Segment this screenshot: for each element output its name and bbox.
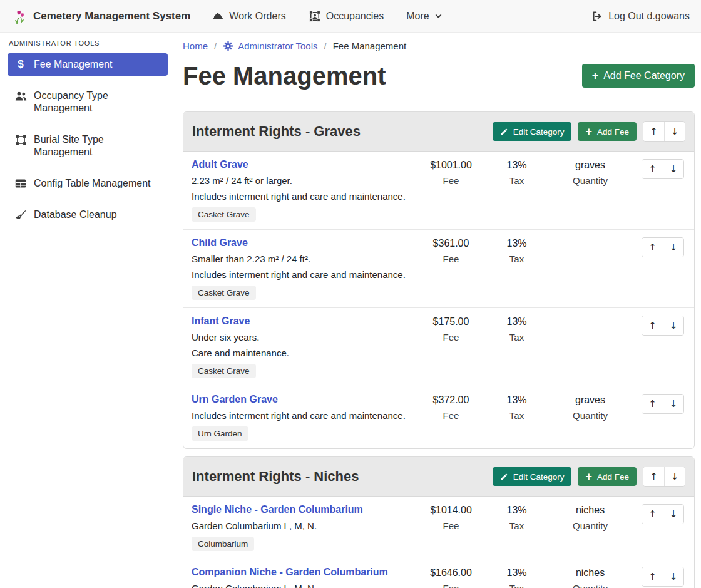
fee-amount-cell: $175.00 Fee xyxy=(415,316,487,378)
pencil-icon xyxy=(500,128,508,136)
move-category-up-button[interactable]: ↑ xyxy=(643,467,664,486)
move-fee-up-button[interactable]: ↑ xyxy=(642,505,663,524)
fee-name-link[interactable]: Infant Grave xyxy=(192,316,250,327)
broom-icon xyxy=(14,209,28,221)
fee-description: Includes interment right and care and ma… xyxy=(192,191,415,202)
move-fee-up-button[interactable]: ↑ xyxy=(642,395,663,413)
fee-amount-cell: $361.00 Fee xyxy=(415,237,487,300)
add-fee-label: Add Fee xyxy=(597,127,629,137)
gear-icon xyxy=(223,41,233,51)
tulip-logo-icon xyxy=(11,8,28,24)
users-icon xyxy=(14,90,28,102)
fee-name-link[interactable]: Child Grave xyxy=(192,237,248,249)
fee-amount-label: Fee xyxy=(415,520,487,531)
fee-amount: $361.00 xyxy=(415,238,487,249)
fee-description: Garden Columbarium L, M, N. xyxy=(192,520,415,531)
fee-quantity: niches xyxy=(546,505,634,516)
sidebar: ADMINISTRATOR TOOLS $ Fee Management Occ… xyxy=(0,33,175,588)
fee-reorder-controls: ↑ ↓ xyxy=(642,567,684,587)
move-fee-down-button[interactable]: ↓ xyxy=(663,567,683,586)
move-fee-up-button[interactable]: ↑ xyxy=(642,238,663,257)
fee-quantity-cell: Quantity xyxy=(546,237,634,300)
logout-button[interactable]: Log Out d.gowans xyxy=(591,10,690,23)
sidebar-item-occupancy-type[interactable]: Occupancy Type Management xyxy=(8,85,168,120)
fee-amount-cell: $1001.00 Fee xyxy=(415,159,487,222)
fee-tag-badge: Urn Garden xyxy=(192,426,248,441)
fee-category-card: Interment Rights - Niches Edit Category … xyxy=(183,456,695,588)
fee-row: Single Niche - Garden Columbarium Garden… xyxy=(183,497,694,559)
sidebar-item-label: Config Table Management xyxy=(34,177,151,190)
table-icon xyxy=(14,177,28,190)
fee-name-link[interactable]: Single Niche - Garden Columbarium xyxy=(192,504,363,515)
fee-reorder-controls: ↑ ↓ xyxy=(642,316,684,336)
move-fee-down-button[interactable]: ↓ xyxy=(663,395,683,413)
fee-tag-badge: Casket Grave xyxy=(192,207,256,222)
move-fee-down-button[interactable]: ↓ xyxy=(663,238,683,257)
breadcrumb-separator: / xyxy=(324,41,326,51)
fee-amount-label: Fee xyxy=(415,332,487,343)
selection-frame-icon xyxy=(14,133,28,146)
app-brand: Cemetery Management System xyxy=(11,8,190,24)
fee-tax-cell: 13% Tax xyxy=(487,237,546,300)
move-fee-up-button[interactable]: ↑ xyxy=(642,567,663,586)
edit-category-button[interactable]: Edit Category xyxy=(493,467,572,486)
fee-category-card: Interment Rights - Graves Edit Category … xyxy=(183,111,695,449)
nav-work-orders[interactable]: Work Orders xyxy=(212,10,285,23)
sidebar-item-label: Database Cleanup xyxy=(34,209,117,221)
fee-category-header: Interment Rights - Niches Edit Category … xyxy=(183,457,694,497)
fee-category-header: Interment Rights - Graves Edit Category … xyxy=(183,112,694,152)
fee-name-link[interactable]: Companion Niche - Garden Columbarium xyxy=(192,567,388,578)
category-reorder-controls: ↑ ↓ xyxy=(643,121,685,142)
plus-icon: + xyxy=(585,126,592,137)
breadcrumb-current: Fee Management xyxy=(333,41,407,51)
add-fee-button[interactable]: + Add Fee xyxy=(578,122,637,141)
fee-name-link[interactable]: Adult Grave xyxy=(192,159,248,170)
move-category-up-button[interactable]: ↑ xyxy=(643,122,664,141)
add-fee-category-button[interactable]: + Add Fee Category xyxy=(582,64,695,88)
nav-occupancies[interactable]: Occupancies xyxy=(309,10,384,23)
breadcrumb: Home / xyxy=(183,41,695,51)
fee-amount: $175.00 xyxy=(415,316,487,328)
fee-tax: 13% xyxy=(487,567,546,579)
fee-amount-label: Fee xyxy=(415,254,487,264)
edit-category-button[interactable]: Edit Category xyxy=(493,122,572,141)
nav-work-orders-label: Work Orders xyxy=(229,11,285,22)
fee-reorder-controls: ↑ ↓ xyxy=(642,237,684,257)
sidebar-item-label: Burial Site Type Management xyxy=(34,133,161,158)
sidebar-item-database-cleanup[interactable]: Database Cleanup xyxy=(8,204,168,226)
page-title: Fee Management xyxy=(183,59,386,93)
fee-tag-badge: Columbarium xyxy=(192,537,254,551)
plus-icon: + xyxy=(585,471,592,482)
fee-quantity-label: Quantity xyxy=(546,175,634,186)
fee-quantity-cell: graves Quantity xyxy=(546,159,634,222)
breadcrumb-admin-tools-label: Administrator Tools xyxy=(238,41,317,51)
breadcrumb-home-link[interactable]: Home xyxy=(183,41,208,51)
fee-tag-badge: Casket Grave xyxy=(192,286,256,300)
fee-quantity-label: Quantity xyxy=(546,583,634,588)
move-fee-down-button[interactable]: ↓ xyxy=(663,505,683,524)
fee-quantity-cell: Quantity xyxy=(546,316,634,378)
fee-tax: 13% xyxy=(487,395,546,406)
fee-reorder-controls: ↑ ↓ xyxy=(642,159,684,179)
sidebar-item-burial-site-type[interactable]: Burial Site Type Management xyxy=(8,128,168,163)
sidebar-item-label: Occupancy Type Management xyxy=(34,90,161,115)
move-fee-up-button[interactable]: ↑ xyxy=(642,160,663,178)
move-fee-down-button[interactable]: ↓ xyxy=(663,316,683,335)
breadcrumb-separator: / xyxy=(214,41,217,51)
fee-quantity-cell: graves Quantity xyxy=(546,394,634,441)
fee-quantity-cell: niches Quantity xyxy=(546,504,634,551)
fee-tax-cell: 13% Tax xyxy=(487,567,546,588)
fee-name-link[interactable]: Urn Garden Grave xyxy=(192,394,278,405)
sidebar-item-config-table[interactable]: Config Table Management xyxy=(8,172,168,195)
move-fee-down-button[interactable]: ↓ xyxy=(663,160,683,178)
breadcrumb-admin-tools-link[interactable]: Administrator Tools xyxy=(223,41,317,51)
fee-quantity: niches xyxy=(546,567,634,579)
move-fee-up-button[interactable]: ↑ xyxy=(642,316,663,335)
add-fee-button[interactable]: + Add Fee xyxy=(578,467,637,486)
fee-amount-cell: $1014.00 Fee xyxy=(415,504,487,551)
fee-quantity: graves xyxy=(546,160,634,171)
move-category-down-button[interactable]: ↓ xyxy=(664,122,685,141)
sidebar-item-fee-management[interactable]: $ Fee Management xyxy=(8,53,168,76)
nav-more[interactable]: More xyxy=(406,11,442,22)
move-category-down-button[interactable]: ↓ xyxy=(664,467,685,486)
